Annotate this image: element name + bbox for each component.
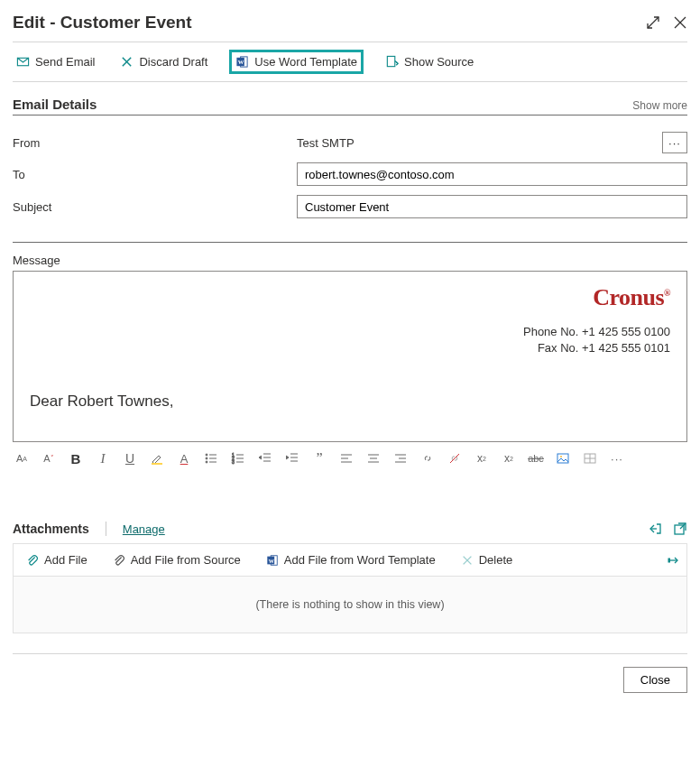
outdent-button[interactable] — [258, 451, 272, 466]
svg-line-37 — [450, 454, 459, 463]
svg-rect-49 — [668, 558, 671, 562]
font-grow-icon[interactable]: AA — [14, 451, 29, 466]
send-email-icon — [16, 55, 30, 69]
bullet-list-button[interactable] — [204, 451, 218, 466]
close-icon[interactable] — [673, 15, 687, 30]
svg-rect-8 — [387, 56, 394, 66]
show-source-label: Show Source — [404, 55, 474, 69]
show-source-button[interactable]: Show Source — [382, 52, 477, 71]
add-file-from-word-label: Add File from Word Template — [284, 553, 436, 567]
subscript-button[interactable]: x2 — [502, 451, 516, 466]
italic-button[interactable]: I — [96, 451, 110, 466]
svg-text:W: W — [238, 59, 244, 65]
discard-draft-button[interactable]: Discard Draft — [116, 52, 211, 71]
brand-logo: Cronus® — [593, 284, 670, 310]
strikethrough-button[interactable]: abc — [529, 451, 543, 466]
discard-icon — [120, 55, 134, 69]
from-label: From — [13, 136, 297, 150]
svg-point-14 — [206, 461, 207, 463]
from-value: Test SMTP — [297, 136, 355, 150]
section-title-email-details: Email Details — [13, 97, 97, 112]
more-options-button[interactable]: ··· — [610, 451, 624, 466]
word-template-icon: W — [235, 55, 249, 69]
greeting-line: Dear Robert Townes, — [30, 393, 670, 411]
message-editor[interactable]: Cronus® Phone No. +1 425 555 0100 Fax No… — [13, 271, 687, 442]
add-file-label: Add File — [44, 553, 88, 567]
insert-image-button[interactable] — [556, 451, 570, 466]
to-input[interactable] — [297, 162, 687, 186]
svg-rect-38 — [557, 454, 568, 463]
phone-line: Phone No. +1 425 555 0100 — [30, 324, 670, 340]
svg-point-12 — [206, 457, 207, 459]
add-file-from-source-label: Add File from Source — [131, 553, 241, 567]
show-source-icon — [385, 55, 399, 69]
bold-button[interactable]: B — [69, 451, 83, 466]
add-file-button[interactable]: Add File — [19, 548, 95, 572]
indent-button[interactable] — [285, 451, 299, 466]
use-word-template-button[interactable]: W Use Word Template — [229, 50, 364, 74]
insert-table-button[interactable] — [583, 451, 597, 466]
superscript-button[interactable]: x2 — [474, 451, 489, 466]
svg-point-10 — [206, 454, 207, 456]
delete-icon — [461, 554, 474, 567]
align-left-button[interactable] — [339, 451, 354, 466]
subject-label: Subject — [13, 200, 297, 214]
discard-draft-label: Discard Draft — [139, 55, 207, 69]
align-right-button[interactable] — [393, 451, 408, 466]
brand-logo-mark: ® — [664, 288, 670, 298]
number-list-button[interactable]: 123 — [231, 451, 245, 466]
align-center-button[interactable] — [366, 451, 381, 466]
underline-button[interactable]: U — [123, 451, 137, 466]
action-toolbar: Send Email Discard Draft W Use Word Temp… — [13, 42, 687, 82]
paperclip-icon — [113, 554, 125, 567]
rte-toolbar: AA A˅ B I U A 123 ” x2 x2 abc ··· — [13, 442, 687, 471]
svg-rect-9 — [152, 463, 162, 465]
highlight-button[interactable] — [150, 451, 164, 466]
brand-logo-text: Cronus — [593, 284, 664, 310]
pin-icon[interactable] — [667, 553, 681, 568]
delete-attachment-button[interactable]: Delete — [454, 548, 520, 572]
send-email-label: Send Email — [35, 55, 95, 69]
manage-link[interactable]: Manage — [123, 522, 165, 536]
font-shrink-icon[interactable]: A˅ — [41, 451, 56, 466]
attachments-toolbar: Add File Add File from Source W Add File… — [13, 543, 687, 577]
popout-icon[interactable] — [673, 522, 687, 536]
word-template-icon: W — [266, 554, 279, 567]
share-icon[interactable] — [648, 522, 662, 536]
add-file-from-word-template-button[interactable]: W Add File from Word Template — [259, 548, 443, 572]
attachments-title: Attachments — [13, 522, 89, 536]
from-ellipsis-button[interactable]: ··· — [662, 132, 687, 153]
paperclip-icon — [26, 554, 39, 567]
message-label: Message — [13, 254, 687, 267]
expand-icon[interactable] — [646, 15, 660, 30]
attachments-empty-text: (There is nothing to show in this view) — [14, 598, 686, 611]
delete-label: Delete — [479, 553, 513, 567]
svg-text:W: W — [268, 558, 274, 563]
close-button[interactable]: Close — [623, 667, 687, 693]
divider — [106, 522, 106, 536]
subject-input[interactable] — [297, 195, 687, 218]
svg-point-39 — [560, 456, 562, 457]
add-file-from-source-button[interactable]: Add File from Source — [106, 548, 248, 572]
quote-button[interactable]: ” — [312, 451, 327, 466]
font-color-button[interactable]: A — [177, 451, 191, 466]
unlink-button[interactable] — [447, 451, 462, 466]
fax-line: Fax No. +1 425 555 0101 — [30, 340, 670, 356]
to-label: To — [13, 168, 297, 181]
use-word-template-label: Use Word Template — [254, 55, 357, 69]
send-email-button[interactable]: Send Email — [13, 52, 98, 71]
svg-text:3: 3 — [232, 459, 235, 465]
page-title: Edit - Customer Event — [13, 13, 191, 32]
show-more-link[interactable]: Show more — [632, 99, 687, 112]
link-button[interactable] — [420, 451, 435, 466]
